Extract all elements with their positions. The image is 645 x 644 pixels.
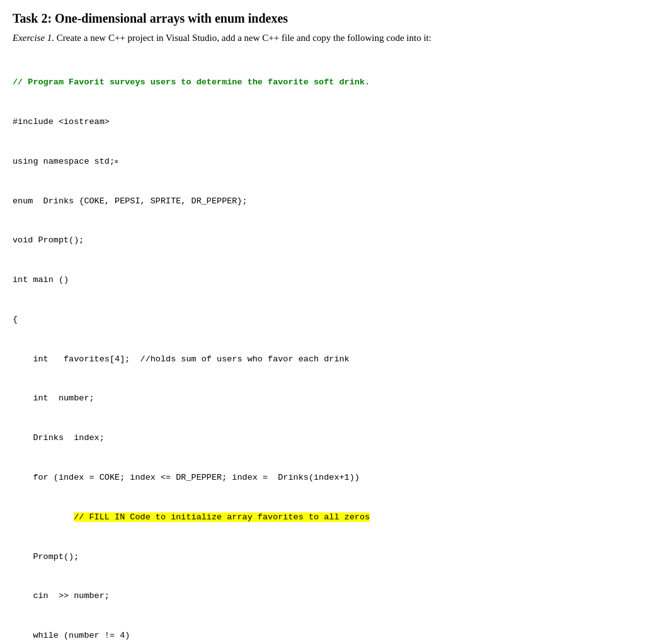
code-line-drinks-index: Drinks index; xyxy=(13,432,632,445)
green-comment-line: // Program Favorit surveys users to dete… xyxy=(13,76,632,89)
code-line-for: for (index = COKE; index <= DR_PEPPER; i… xyxy=(13,472,632,485)
code-line-enum: enum Drinks {COKE, PEPSI, SPRITE, DR_PEP… xyxy=(13,195,632,208)
code-line-number: int number; xyxy=(13,392,632,405)
code-section: // Program Favorit surveys users to dete… xyxy=(13,50,632,645)
exercise1-intro: Exercise 1. Create a new C++ project in … xyxy=(13,31,632,45)
exercise1-text: Create a new C++ project in Visual Studi… xyxy=(57,33,431,43)
code-line-prompt1: Prompt(); xyxy=(13,551,632,564)
code-line-open-brace: { xyxy=(13,314,632,327)
code-line-favorites: int favorites[4]; //holds sum of users w… xyxy=(13,353,632,366)
task-title: Task 2: One-dimensional arrays with enum… xyxy=(13,11,632,26)
code-line-int-main: int main () xyxy=(13,274,632,287)
exercise1-label: Exercise 1. xyxy=(13,33,54,43)
code-line-using: using namespace std;⌘ xyxy=(13,155,632,169)
code-line-cin1: cin >> number; xyxy=(13,590,632,603)
code-line-while: while (number != 4) xyxy=(13,630,632,643)
code-line-void-prompt-decl: void Prompt(); xyxy=(13,234,632,247)
code-line-fill1: // FILL IN Code to initialize array favo… xyxy=(13,511,632,524)
code-line-include: #include <iostream> xyxy=(13,116,632,129)
